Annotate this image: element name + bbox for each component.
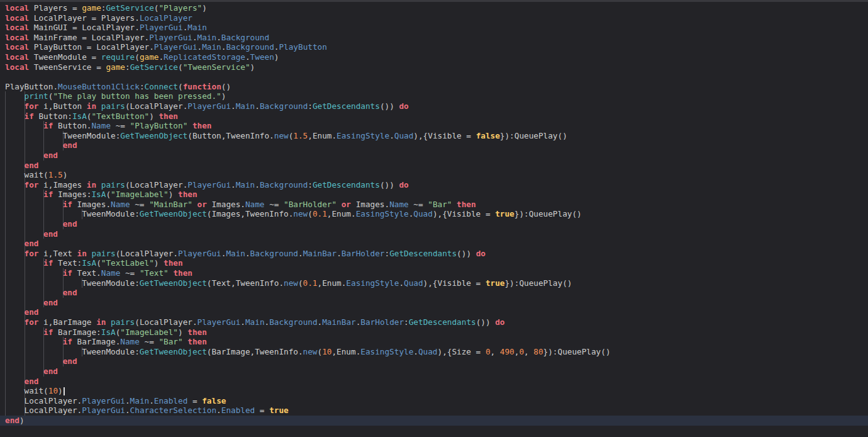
code-token: if [43,327,53,337]
indent-guide [25,288,44,298]
code-line[interactable]: local TweenService = game:GetService("Tw… [0,62,868,72]
indent-guide [25,121,44,131]
code-token: end [25,161,39,170]
code-line[interactable]: print("The play button has been pressed.… [0,91,868,101]
indent-guide [43,337,63,347]
code-token: Quad [394,131,414,140]
code-line[interactable]: if BarImage.Name ~= "Bar" then [0,337,868,347]
code-line[interactable]: for i,Text in pairs(LocalPlayer.PlayerGu… [0,249,868,259]
code-token: (LocalPlayer. [116,249,178,258]
code-line[interactable]: if Images:IsA("ImageLabel") then [0,190,868,200]
code-token: }):QueuePlay() [504,278,572,288]
indent-guide [5,288,25,298]
code-line[interactable]: end [0,356,868,366]
code-token: false [476,131,500,140]
code-token: 0.1 [313,209,327,219]
code-token: PlayerGui [140,23,183,32]
code-line[interactable]: end [0,150,868,161]
code-token: . [231,101,236,111]
code-line[interactable]: if Images.Name ~= "MainBar" or Images.Na… [0,200,868,210]
code-token [187,121,192,130]
code-line[interactable]: local MainFrame = LocalPlayer.PlayerGui.… [0,33,868,43]
code-line[interactable]: end [0,219,868,229]
code-line[interactable]: TweenModule:GetTweenObject(Text,TweenInf… [0,278,868,288]
indent-guide [25,219,44,229]
code-token: ()) [457,249,476,258]
code-token: ~= [265,200,284,209]
code-area[interactable]: local Players = game:GetService("Players… [0,3,868,426]
code-token: PlayerGui [149,33,192,42]
code-line[interactable]: if BarImage:IsA("ImageLabel") then [0,327,868,338]
code-line[interactable]: end [0,366,868,377]
code-token: }):QueuePlay() [515,209,582,219]
code-token [192,200,198,209]
code-line[interactable]: local Players = game:GetService("Players… [0,3,868,13]
code-token: IsA [91,190,106,199]
code-token: Name [245,200,265,209]
code-token: . [240,317,245,327]
code-line-active[interactable]: end) [0,416,868,426]
code-line[interactable]: for i,BarImage in pairs(LocalPlayer.Play… [0,317,868,327]
code-token [87,249,92,258]
code-line[interactable]: if Text.Name ~= "Text" then [0,268,868,278]
code-token: then [187,337,207,346]
code-line[interactable]: end [0,161,868,171]
code-token: end [43,366,58,376]
code-token: print [25,91,48,101]
indent-guide [5,101,25,111]
code-token: GetTweenObject [140,209,207,219]
code-line[interactable]: wait(10) [0,386,868,396]
code-line[interactable]: wait(1.5) [0,170,868,180]
indent-guide [5,366,25,377]
code-token: i,BarImage [38,317,96,327]
code-line[interactable]: end [0,140,868,150]
code-token: game [82,3,101,13]
code-line[interactable]: TweenModule:GetTweenObject(BarImage,Twee… [0,347,868,357]
code-token: Players = [29,3,82,13]
code-token: PlayButton. [5,82,58,91]
code-token: = [255,406,269,415]
code-line[interactable]: local MainGUI = LocalPlayer.PlayerGui.Ma… [0,23,868,33]
code-token: local [5,42,29,52]
code-line[interactable] [0,72,868,82]
code-line[interactable]: end [0,288,868,298]
indent-guide [25,356,44,366]
code-token: , [491,347,500,356]
code-line[interactable]: end [0,307,868,317]
code-line[interactable]: LocalPlayer.PlayerGui.Main.Enabled = fal… [0,396,868,406]
code-token: "TextButton" [92,111,150,121]
indent-guide [5,396,25,406]
code-token: Quad [418,347,438,356]
code-token: GetTweenObject [140,347,207,356]
indent-guide [25,327,44,338]
code-line[interactable]: TweenModule:GetTweenObject(Images,TweenI… [0,209,868,219]
code-token: MainBar [322,317,355,327]
code-line[interactable]: PlayButton.MouseButton1Click:Connect(fun… [0,82,868,92]
code-line[interactable]: for i,Images in pairs(LocalPlayer.Player… [0,180,868,190]
code-token: in [87,101,96,111]
code-token: game [140,52,159,62]
code-line[interactable]: for i,Button in pairs(LocalPlayer.Player… [0,101,868,111]
code-token: Tween [250,52,274,62]
code-line[interactable]: TweenModule:GetTweenObject(Button,TweenI… [0,131,868,141]
code-line[interactable]: LocalPlayer.PlayerGui.CharacterSelection… [0,406,868,416]
code-token: (LocalPlayer. [135,317,197,327]
code-token: local [5,23,29,32]
code-line[interactable]: local TweenModule = require(game.Replica… [0,52,868,62]
code-line[interactable]: if Button:IsA("TextButton") then [0,111,868,122]
code-line[interactable]: local LocalPlayer = Players.LocalPlayer [0,13,868,23]
code-line[interactable]: end [0,229,868,239]
code-token: . [231,180,236,190]
code-line[interactable]: local PlayButton = LocalPlayer.PlayerGui… [0,42,868,52]
code-token: TweenModule = [29,52,101,62]
code-token: ,Enum. [308,131,337,140]
code-token [452,200,457,209]
code-token: 0 [519,347,524,356]
code-line[interactable]: end [0,239,868,249]
code-line[interactable]: end [0,298,868,308]
code-line[interactable]: if Text:IsA("TextLabel") then [0,258,868,268]
code-line[interactable]: end [0,377,868,387]
code-line[interactable]: if Button.Name ~= "PlayButton" then [0,121,868,131]
indent-guide [5,161,25,171]
code-editor[interactable]: local Players = game:GetService("Players… [0,0,868,437]
